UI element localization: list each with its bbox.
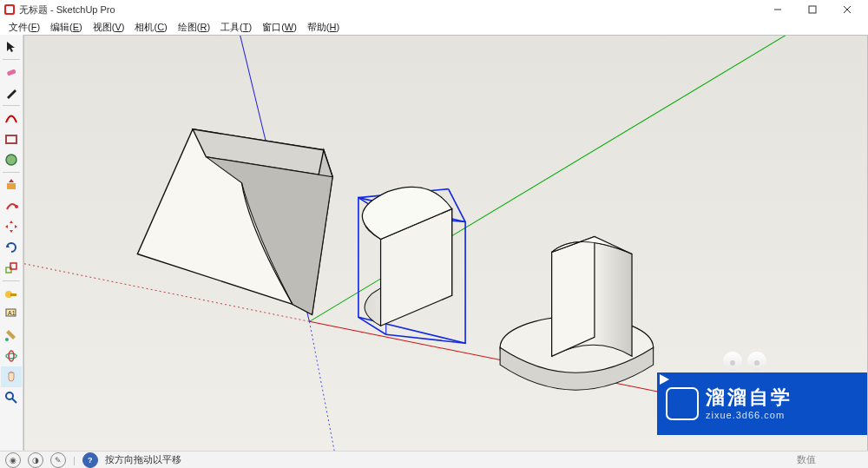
watermark: 溜溜自学 zixue.3d66.com bbox=[657, 372, 867, 435]
tool-pushpull[interactable] bbox=[1, 175, 22, 195]
tool-pan[interactable] bbox=[1, 366, 22, 387]
app-icon bbox=[3, 3, 16, 16]
svg-marker-39 bbox=[552, 237, 595, 357]
svg-point-8 bbox=[6, 155, 16, 165]
tool-paint[interactable] bbox=[1, 325, 22, 346]
tool-tape[interactable] bbox=[1, 283, 22, 304]
svg-point-19 bbox=[9, 351, 14, 361]
menu-draw[interactable]: 绘图(R) bbox=[174, 21, 214, 34]
menu-file[interactable]: 文件(F) bbox=[5, 21, 43, 34]
viewport[interactable]: 溜溜自学 zixue.3d66.com bbox=[23, 35, 868, 452]
svg-point-17 bbox=[5, 338, 9, 341]
svg-rect-14 bbox=[10, 293, 16, 296]
svg-line-21 bbox=[12, 399, 16, 403]
svg-rect-9 bbox=[7, 183, 16, 189]
tool-circle[interactable] bbox=[1, 149, 22, 170]
tool-pencil[interactable] bbox=[1, 82, 22, 103]
svg-point-10 bbox=[15, 205, 18, 208]
tool-eraser[interactable] bbox=[1, 62, 22, 82]
svg-rect-6 bbox=[7, 69, 16, 76]
measurement-label: 数值 bbox=[797, 453, 816, 466]
tool-scale[interactable] bbox=[1, 258, 22, 279]
svg-point-18 bbox=[6, 353, 16, 359]
status-geo-icon[interactable]: ◉ bbox=[5, 452, 21, 468]
close-button[interactable] bbox=[830, 0, 865, 19]
menu-tools[interactable]: 工具(T) bbox=[217, 21, 255, 34]
tool-move[interactable] bbox=[1, 216, 22, 237]
menu-window[interactable]: 窗口(W) bbox=[259, 21, 300, 34]
status-hint: 按方向拖动以平移 bbox=[105, 453, 181, 466]
play-icon bbox=[666, 387, 699, 420]
status-help-icon[interactable]: ? bbox=[82, 452, 98, 468]
tool-orbit[interactable] bbox=[1, 346, 22, 366]
tool-rotate[interactable] bbox=[1, 237, 22, 258]
svg-rect-3 bbox=[809, 6, 816, 13]
svg-rect-1 bbox=[6, 6, 13, 13]
tool-text[interactable]: A1 bbox=[1, 304, 22, 325]
menu-help[interactable]: 帮助(H) bbox=[304, 21, 343, 34]
menu-camera[interactable]: 相机(C) bbox=[131, 21, 170, 34]
tool-followme[interactable] bbox=[1, 195, 22, 216]
svg-text:A1: A1 bbox=[8, 310, 16, 316]
minimize-button[interactable] bbox=[760, 0, 795, 19]
menu-bar: 文件(F) 编辑(E) 视图(V) 相机(C) 绘图(R) 工具(T) 窗口(W… bbox=[0, 19, 868, 35]
svg-marker-40 bbox=[660, 374, 669, 385]
tool-select[interactable] bbox=[1, 36, 22, 57]
tool-zoom[interactable] bbox=[1, 387, 22, 408]
svg-rect-7 bbox=[6, 135, 16, 143]
googly-eyes-decoration bbox=[723, 352, 766, 371]
status-credits-icon[interactable]: ✎ bbox=[50, 452, 66, 468]
status-bar: ◉ ◑ ✎ | ? 按方向拖动以平移 数值 bbox=[0, 451, 868, 468]
tool-arc[interactable] bbox=[1, 108, 22, 129]
menu-view[interactable]: 视图(V) bbox=[89, 21, 128, 34]
window-title: 无标题 - SketchUp Pro bbox=[19, 3, 115, 16]
tool-rectangle[interactable] bbox=[1, 129, 22, 149]
maximize-button[interactable] bbox=[795, 0, 830, 19]
toolbar-left: A1 bbox=[0, 35, 23, 452]
status-profile-icon[interactable]: ◑ bbox=[28, 452, 43, 468]
menu-edit[interactable]: 编辑(E) bbox=[47, 21, 86, 34]
svg-point-20 bbox=[6, 392, 13, 399]
